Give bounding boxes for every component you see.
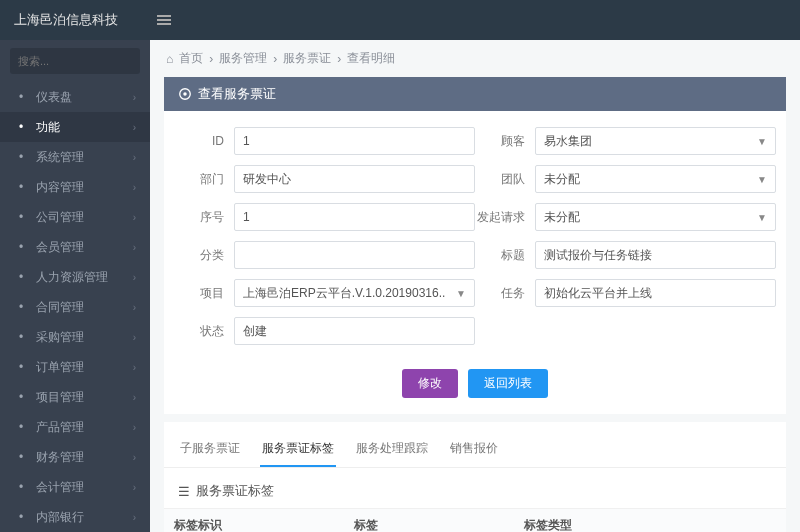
sidebar-item-label: 会员管理 — [36, 239, 133, 256]
proj-label: 项目 — [174, 285, 234, 302]
sidebar-item-label: 系统管理 — [36, 149, 133, 166]
chevron-right-icon: › — [133, 92, 136, 103]
breadcrumb-home[interactable]: 首页 — [179, 50, 203, 67]
sidebar-item-1[interactable]: •功能› — [0, 112, 150, 142]
sidebar-item-14[interactable]: •内部银行› — [0, 502, 150, 532]
breadcrumb-b[interactable]: 服务票证 — [283, 50, 331, 67]
dept-label: 部门 — [174, 171, 234, 188]
search-input[interactable] — [10, 48, 140, 74]
proj-select[interactable]: 上海邑泊ERP云平台.V.1.0.20190316..▼ — [234, 279, 475, 307]
chevron-right-icon: › — [133, 242, 136, 253]
chevron-right-icon: › — [133, 512, 136, 523]
user-icon: • — [14, 270, 28, 284]
sidebar-item-label: 订单管理 — [36, 359, 133, 376]
title-label: 标题 — [475, 247, 535, 264]
breadcrumb-a[interactable]: 服务管理 — [219, 50, 267, 67]
title-field[interactable]: 测试报价与任务链接 — [535, 241, 776, 269]
sidebar-item-label: 人力资源管理 — [36, 269, 133, 286]
seq-label: 序号 — [174, 209, 234, 226]
tab-0[interactable]: 子服务票证 — [178, 432, 242, 467]
chevron-right-icon: › — [133, 152, 136, 163]
bar-icon: • — [14, 450, 28, 464]
proj-icon: • — [14, 390, 28, 404]
doc-icon: • — [14, 300, 28, 314]
main: ⌂ 首页 › 服务管理 › 服务票证 › 查看明细 查看服务票证 ID1 顾客易… — [150, 40, 800, 532]
chevron-right-icon: › — [133, 422, 136, 433]
chevron-right-icon: › — [133, 182, 136, 193]
form-actions: 修改 返回列表 — [174, 355, 776, 404]
brand: 上海邑泊信息科技 — [0, 11, 150, 29]
chevron-down-icon: ▼ — [757, 174, 767, 185]
id-field: 1 — [234, 127, 475, 155]
bldg-icon: • — [14, 210, 28, 224]
sidebar-item-8[interactable]: •采购管理› — [0, 322, 150, 352]
cust-label: 顾客 — [475, 133, 535, 150]
chevron-right-icon: › — [133, 302, 136, 313]
home-icon[interactable]: ⌂ — [166, 52, 173, 66]
sidebar-nav: •仪表盘›•功能›•系统管理›•内容管理›•公司管理›•会员管理›•人力资源管理… — [0, 82, 150, 532]
status-field[interactable]: 创建 — [234, 317, 475, 345]
back-button[interactable]: 返回列表 — [468, 369, 548, 398]
sidebar-item-9[interactable]: •订单管理› — [0, 352, 150, 382]
form: ID1 顾客易水集团▼ 部门研发中心 团队未分配▼ 序号1 发起请求未分配▼ 分… — [164, 111, 786, 414]
tab-2[interactable]: 服务处理跟踪 — [354, 432, 430, 467]
topbar: 上海邑泊信息科技 — [0, 0, 800, 40]
chevron-right-icon: › — [133, 122, 136, 133]
col-tag: 标签 — [354, 517, 524, 532]
sidebar-item-label: 公司管理 — [36, 209, 133, 226]
home-icon: • — [14, 90, 28, 104]
list-icon: ☰ — [178, 484, 190, 499]
tag-table: 标签标识 标签 标签类型 1邑泊云产品查看删除2修改缺陷售后服务查看删除 — [164, 508, 786, 532]
sidebar-item-3[interactable]: •内容管理› — [0, 172, 150, 202]
sidebar-item-6[interactable]: •人力资源管理› — [0, 262, 150, 292]
sidebar: •仪表盘›•功能›•系统管理›•内容管理›•公司管理›•会员管理›•人力资源管理… — [0, 40, 150, 532]
tab-3[interactable]: 销售报价 — [448, 432, 500, 467]
sidebar-item-label: 会计管理 — [36, 479, 133, 496]
team-label: 团队 — [475, 171, 535, 188]
bank-icon: • — [14, 510, 28, 524]
sidebar-item-label: 财务管理 — [36, 449, 133, 466]
col-type: 标签类型 — [524, 517, 656, 532]
cust-select[interactable]: 易水集团▼ — [535, 127, 776, 155]
sidebar-item-13[interactable]: •会计管理› — [0, 472, 150, 502]
cart-icon: • — [14, 330, 28, 344]
file-icon: • — [14, 180, 28, 194]
svg-point-1 — [183, 92, 187, 96]
sidebar-item-2[interactable]: •系统管理› — [0, 142, 150, 172]
chevron-right-icon: › — [133, 452, 136, 463]
list-icon: • — [14, 360, 28, 374]
sidebar-item-label: 采购管理 — [36, 329, 133, 346]
sidebar-item-12[interactable]: •财务管理› — [0, 442, 150, 472]
sidebar-item-7[interactable]: •合同管理› — [0, 292, 150, 322]
sidebar-item-label: 合同管理 — [36, 299, 133, 316]
tab-1[interactable]: 服务票证标签 — [260, 432, 336, 467]
cat-field[interactable] — [234, 241, 475, 269]
edit-button[interactable]: 修改 — [402, 369, 458, 398]
menu-toggle-icon[interactable] — [150, 6, 178, 34]
id-label: ID — [174, 134, 234, 148]
sidebar-item-4[interactable]: •公司管理› — [0, 202, 150, 232]
status-label: 状态 — [174, 323, 234, 340]
chevron-right-icon: › — [133, 212, 136, 223]
card-header: 查看服务票证 — [164, 77, 786, 111]
sidebar-item-label: 内容管理 — [36, 179, 133, 196]
circle-icon: • — [14, 120, 28, 134]
table-header: 标签标识 标签 标签类型 — [164, 508, 786, 532]
sidebar-item-10[interactable]: •项目管理› — [0, 382, 150, 412]
chevron-right-icon: › — [133, 332, 136, 343]
chevron-right-icon: › — [133, 362, 136, 373]
star-icon: • — [14, 240, 28, 254]
sidebar-item-0[interactable]: •仪表盘› — [0, 82, 150, 112]
breadcrumb-c: 查看明细 — [347, 50, 395, 67]
gear-icon — [178, 87, 192, 101]
sidebar-item-5[interactable]: •会员管理› — [0, 232, 150, 262]
breadcrumb: ⌂ 首页 › 服务管理 › 服务票证 › 查看明细 — [150, 40, 800, 77]
sidebar-item-label: 项目管理 — [36, 389, 133, 406]
task-field[interactable]: 初始化云平台并上线 — [535, 279, 776, 307]
req-select[interactable]: 未分配▼ — [535, 203, 776, 231]
team-select[interactable]: 未分配▼ — [535, 165, 776, 193]
section-header: ☰ 服务票证标签 — [164, 468, 786, 508]
sidebar-item-11[interactable]: •产品管理› — [0, 412, 150, 442]
seq-field: 1 — [234, 203, 475, 231]
task-label: 任务 — [475, 285, 535, 302]
